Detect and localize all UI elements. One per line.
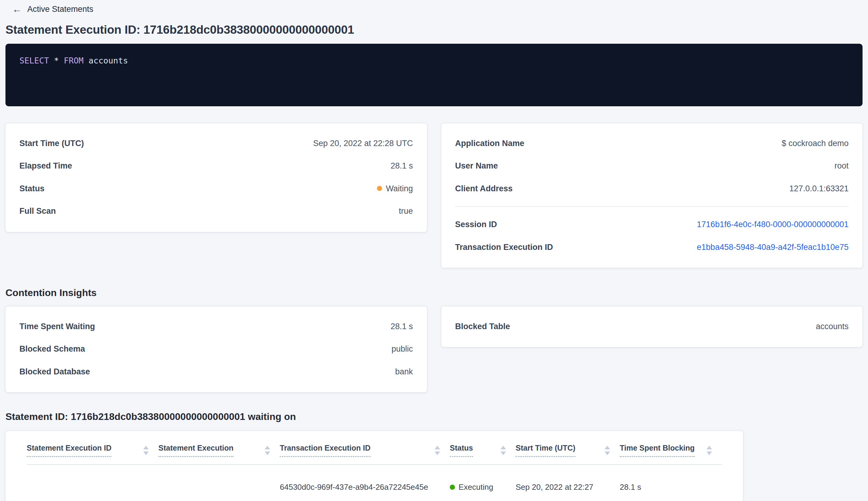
sql-star: * <box>54 56 59 65</box>
sort-asc-icon[interactable] <box>265 446 270 449</box>
blocked-table-label: Blocked Table <box>455 321 510 331</box>
row-elapsed-time: Elapsed Time 28.1 s <box>19 161 413 171</box>
sort-desc-icon[interactable] <box>265 451 270 455</box>
column-header-time-spent-blocking[interactable]: Time Spent Blocking <box>620 444 722 457</box>
row-session-id: Session ID 1716b1f6-4e0c-f480-0000-00000… <box>455 220 849 229</box>
contention-cards-row: Time Spent Waiting 28.1 s Blocked Schema… <box>6 306 862 392</box>
sort-desc-icon[interactable] <box>707 451 712 455</box>
table-row: 64530d0c-969f-437e-a9b4-26a72245e45e Exe… <box>27 465 722 501</box>
session-details-card: Application Name $ cockroach demo User N… <box>441 123 863 268</box>
cell-time-spent-blocking: 28.1 s <box>620 465 722 501</box>
breadcrumb: ← Active Statements <box>6 0 862 14</box>
blocked-schema-value: public <box>391 344 413 354</box>
application-name-value: $ cockroach demo <box>781 138 849 148</box>
cell-status: Executing <box>450 465 516 501</box>
start-time-value: Sep 20, 2022 at 22:28 UTC <box>313 138 413 148</box>
status-text: Waiting <box>386 184 413 193</box>
back-arrow-icon[interactable]: ← <box>12 4 22 14</box>
sort-icon[interactable] <box>707 446 712 455</box>
sort-icon[interactable] <box>143 446 149 455</box>
row-blocked-schema: Blocked Schema public <box>19 344 413 354</box>
executing-status-dot-icon <box>450 484 455 490</box>
statement-execution-id-column-label[interactable]: Statement Execution ID <box>27 444 111 457</box>
page-title: Statement Execution ID: 1716b218dc0b3838… <box>6 23 862 36</box>
status-column-label[interactable]: Status <box>450 444 473 457</box>
sql-statement-box: SELECT * FROM accounts <box>6 44 862 106</box>
row-user-name: User Name root <box>455 161 849 171</box>
row-status-text: Executing <box>458 482 493 492</box>
row-status: Status Waiting <box>19 184 413 193</box>
full-scan-value: true <box>399 206 413 216</box>
sort-asc-icon[interactable] <box>707 446 712 449</box>
column-header-statement-execution-id[interactable]: Statement Execution ID <box>27 444 159 457</box>
column-header-statement-execution[interactable]: Statement Execution <box>159 444 280 457</box>
cell-statement-execution-id <box>27 465 159 501</box>
column-header-start-time[interactable]: Start Time (UTC) <box>516 444 620 457</box>
sort-desc-icon[interactable] <box>143 451 149 455</box>
statement-details-page: ← Active Statements Statement Execution … <box>0 0 868 501</box>
application-name-label: Application Name <box>455 138 524 148</box>
contention-insights-heading: Contention Insights <box>6 287 862 298</box>
column-header-transaction-execution-id[interactable]: Transaction Execution ID <box>280 444 450 457</box>
blocked-database-label: Blocked Database <box>19 367 90 376</box>
table-header-row: Statement Execution ID Statement Executi… <box>27 431 722 465</box>
sort-desc-icon[interactable] <box>435 451 440 455</box>
waiting-status-dot-icon <box>377 186 382 191</box>
transaction-execution-id-column-label[interactable]: Transaction Execution ID <box>280 444 371 457</box>
row-blocked-table: Blocked Table accounts <box>455 321 849 331</box>
client-address-label: Client Address <box>455 184 513 193</box>
sort-asc-icon[interactable] <box>605 446 610 449</box>
session-id-label: Session ID <box>455 220 497 229</box>
waiting-on-heading: Statement ID: 1716b218dc0b38380000000000… <box>6 411 862 422</box>
status-value: Waiting <box>377 184 413 193</box>
sort-icon[interactable] <box>605 446 610 455</box>
card-divider <box>455 206 849 207</box>
cell-start-time: Sep 20, 2022 at 22:27 <box>516 465 620 501</box>
row-full-scan: Full Scan true <box>19 206 413 216</box>
sort-desc-icon[interactable] <box>605 451 610 455</box>
start-time-label: Start Time (UTC) <box>19 138 84 148</box>
column-header-status[interactable]: Status <box>450 444 516 457</box>
elapsed-time-label: Elapsed Time <box>19 161 72 171</box>
execution-overview-card: Start Time (UTC) Sep 20, 2022 at 22:28 U… <box>6 123 427 232</box>
time-spent-waiting-label: Time Spent Waiting <box>19 321 95 331</box>
sort-icon[interactable] <box>265 446 270 455</box>
time-spent-waiting-value: 28.1 s <box>391 321 413 331</box>
row-application-name: Application Name $ cockroach demo <box>455 138 849 148</box>
row-transaction-execution-id: Transaction Execution ID e1bba458-5948-4… <box>455 242 849 252</box>
summary-cards-row: Start Time (UTC) Sep 20, 2022 at 22:28 U… <box>6 123 862 268</box>
row-blocked-database: Blocked Database bank <box>19 367 413 376</box>
blocked-database-value: bank <box>395 367 413 376</box>
time-spent-waiting-card: Time Spent Waiting 28.1 s Blocked Schema… <box>6 306 427 392</box>
sort-desc-icon[interactable] <box>500 451 506 455</box>
full-scan-label: Full Scan <box>19 206 56 216</box>
cell-transaction-execution-id: 64530d0c-969f-437e-a9b4-26a72245e45e <box>280 465 450 501</box>
row-client-address: Client Address 127.0.0.1:63321 <box>455 184 849 193</box>
sql-keyword-select: SELECT <box>19 56 49 65</box>
transaction-execution-id-label: Transaction Execution ID <box>455 242 553 252</box>
sql-keyword-from: FROM <box>64 56 84 65</box>
transaction-execution-id-link[interactable]: e1bba458-5948-40a9-a42f-5feac1b10e75 <box>697 242 849 252</box>
row-time-spent-waiting: Time Spent Waiting 28.1 s <box>19 321 413 331</box>
client-address-value: 127.0.0.1:63321 <box>789 184 849 193</box>
statement-execution-column-label[interactable]: Statement Execution <box>159 444 234 457</box>
sort-icon[interactable] <box>500 446 506 455</box>
user-name-label: User Name <box>455 161 498 171</box>
user-name-value: root <box>834 161 849 171</box>
sort-asc-icon[interactable] <box>435 446 440 449</box>
breadcrumb-active-statements-link[interactable]: Active Statements <box>27 4 94 14</box>
waiting-on-table: Statement Execution ID Statement Executi… <box>27 431 722 501</box>
row-start-time: Start Time (UTC) Sep 20, 2022 at 22:28 U… <box>19 138 413 148</box>
sort-icon[interactable] <box>435 446 440 455</box>
cell-statement-execution <box>159 465 280 501</box>
sort-asc-icon[interactable] <box>500 446 506 449</box>
session-id-link[interactable]: 1716b1f6-4e0c-f480-0000-000000000001 <box>697 220 849 229</box>
blocked-table-value: accounts <box>816 321 849 331</box>
blocked-table-card: Blocked Table accounts <box>441 306 863 347</box>
start-time-column-label[interactable]: Start Time (UTC) <box>516 444 575 457</box>
status-label: Status <box>19 184 45 193</box>
time-spent-blocking-column-label[interactable]: Time Spent Blocking <box>620 444 695 457</box>
blocked-schema-label: Blocked Schema <box>19 344 85 354</box>
sort-asc-icon[interactable] <box>143 446 149 449</box>
sql-table-name: accounts <box>89 56 128 65</box>
